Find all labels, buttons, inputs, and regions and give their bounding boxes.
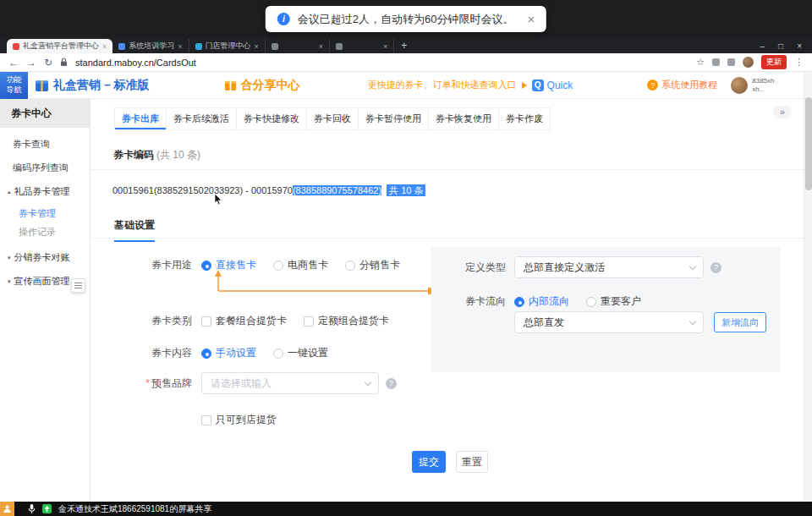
window-minimize-icon[interactable]: – [760, 41, 765, 51]
radio-on-icon [201, 349, 211, 359]
sidebar-collapse-toggle[interactable] [71, 278, 85, 293]
tab-close-icon[interactable]: × [255, 42, 259, 51]
sidebar-item-card-management[interactable]: 券卡管理 [0, 207, 90, 220]
extension-icon[interactable] [727, 58, 735, 66]
user-sub: xh.. [752, 85, 763, 93]
sidebar-group-label: 礼品券卡管理 [14, 185, 70, 198]
option-label: 手动设置 [216, 346, 256, 360]
meeting-overlay-bar: i 会议已超过2人，自动转为60分钟限时会议。 × [0, 0, 812, 38]
radio-on-icon [514, 297, 524, 307]
add-flow-button[interactable]: 新增流向 [714, 312, 766, 332]
scrollbar[interactable] [804, 72, 812, 502]
browser-menu-icon[interactable]: ⋮ [794, 57, 804, 68]
function-nav-button[interactable]: 功能 导航 [0, 72, 28, 99]
radio-off-icon [273, 349, 283, 359]
flow-direction-select[interactable]: 总部直发 [514, 311, 704, 333]
radio-manual-setting[interactable]: 手动设置 [201, 346, 256, 360]
required-asterisk: * [145, 377, 150, 389]
tab-close-icon[interactable]: × [383, 42, 387, 51]
url-text[interactable]: standard.maboy.cn/CardsOut [75, 58, 196, 68]
tutorial-link[interactable]: ? 系统使用教程 [647, 79, 717, 91]
panel-collapse-icon[interactable]: » [773, 106, 792, 118]
browser-update-button[interactable]: 更新 [761, 55, 787, 69]
toast-close-icon[interactable]: × [527, 12, 535, 26]
sharer-avatar-icon [0, 502, 14, 516]
triangle-down-icon: ▾ [8, 255, 11, 261]
browser-profile-avatar[interactable] [743, 57, 754, 68]
checkbox-icon [201, 415, 211, 425]
tab-card-recycle[interactable]: 券卡回收 [307, 107, 359, 130]
tab-card-outbound[interactable]: 券卡出库 [114, 107, 167, 130]
tab-card-restore[interactable]: 券卡恢复使用 [429, 107, 499, 130]
help-question-icon[interactable]: ? [710, 262, 721, 273]
tab-title: 系统培训学习 [129, 41, 174, 52]
code-count-badge: 共 10 条 [387, 184, 425, 196]
tab-card-quick-edit[interactable]: 券卡快捷修改 [237, 107, 307, 130]
tab-card-suspend[interactable]: 券卡暂停使用 [359, 107, 429, 130]
chevron-down-icon [689, 318, 696, 325]
forward-icon[interactable]: → [26, 58, 36, 68]
browser-tab[interactable]: × [330, 39, 394, 53]
radio-internal-flow[interactable]: 内部流向 [514, 294, 569, 309]
tab-close-icon[interactable]: × [178, 42, 182, 51]
browser-tab-bar: 礼盒营销平台管理中心 × 系统培训学习 × 门店管理中心 × × × + – □… [0, 38, 812, 53]
tab-title: 门店管理中心 [206, 41, 251, 52]
sidebar-group-gift-card-management[interactable]: ▴ 礼品券卡管理 [0, 185, 90, 198]
sidebar-item-card-query[interactable]: 券卡查询 [0, 138, 90, 151]
browser-tab[interactable]: 系统培训学习 × [112, 39, 189, 53]
new-tab-button[interactable]: + [401, 40, 407, 52]
promo-text: 更快捷的券卡、订单和快递查询入口 [368, 79, 517, 91]
bookmark-star-icon[interactable]: ☆ [696, 57, 705, 68]
sidebar-item-operation-records[interactable]: 操作记录 [0, 226, 90, 239]
sidebar: 券卡中心 券卡查询 编码序列查询 ▴ 礼品券卡管理 券卡管理 操作记录 ▾ 分销… [0, 99, 91, 502]
select-value: 总部直发 [524, 316, 564, 330]
checkbox-store-pickup-only[interactable]: 只可到店提货 [201, 413, 277, 427]
tab-card-void[interactable]: 券卡作废 [499, 107, 551, 130]
pointer-icon [522, 82, 527, 89]
share-center-link[interactable]: 合分享中心 [224, 78, 300, 93]
screen-share-text: 金禾通技术王斌18662591081的屏幕共享 [58, 503, 211, 515]
reset-button[interactable]: 重置 [456, 451, 488, 473]
submit-button[interactable]: 提交 [412, 451, 446, 473]
sidebar-item-code-sequence-query[interactable]: 编码序列查询 [0, 162, 90, 174]
option-label: 一键设置 [288, 346, 328, 360]
extension-icon[interactable] [712, 58, 720, 66]
browser-tab-active[interactable]: 礼盒营销平台管理中心 × [7, 39, 112, 53]
help-question-icon[interactable]: ? [386, 378, 397, 389]
favicon-icon [195, 43, 202, 50]
triangle-up-icon: ▴ [8, 189, 11, 195]
browser-tab[interactable]: 门店管理中心 × [189, 39, 266, 53]
sidebar-group-label: 宣传画面管理 [14, 275, 70, 288]
browser-tab[interactable]: × [266, 39, 330, 53]
radio-one-click-setting[interactable]: 一键设置 [273, 346, 328, 360]
nav-line: 功能 [7, 75, 22, 85]
checkbox-combo-pickup-card[interactable]: 套餐组合提货卡 [201, 314, 287, 328]
card-content-label: 券卡内容 [114, 346, 192, 360]
window-maximize-icon[interactable]: □ [778, 41, 783, 51]
scrollbar-thumb[interactable] [805, 97, 812, 190]
code-range-selected: (8385889075578462) [293, 185, 381, 195]
user-account[interactable]: 8385xh xh.. [731, 77, 774, 94]
option-label: 只可到店提货 [216, 413, 277, 427]
user-avatar [731, 77, 748, 94]
tab-card-later-activation[interactable]: 券卡后续激活 [167, 107, 237, 130]
favicon-icon [272, 43, 278, 50]
tab-close-icon[interactable]: × [102, 42, 107, 51]
definition-type-select[interactable]: 总部直接定义激活 [514, 256, 704, 278]
back-icon[interactable]: ← [8, 58, 19, 68]
nav-line: 导航 [7, 85, 22, 96]
app-title: 礼盒营销 – 标准版 [53, 78, 150, 93]
browser-address-bar: ← → ↻ standard.maboy.cn/CardsOut ☆ 更新 ⋮ [0, 53, 812, 72]
screen-share-icon[interactable] [42, 504, 52, 513]
card-code-label: 券卡编码 [113, 149, 154, 161]
definition-type-label: 定义类型 [431, 261, 506, 275]
tab-close-icon[interactable]: × [319, 42, 323, 51]
radio-important-customer[interactable]: 重要客户 [586, 294, 641, 309]
quick-link[interactable]: Quick [547, 80, 573, 91]
checkbox-fixed-combo-pickup-card[interactable]: 定额组合提货卡 [304, 314, 389, 328]
presale-brand-select[interactable]: 请选择或输入 [201, 372, 379, 394]
microphone-icon[interactable] [28, 503, 36, 514]
reload-icon[interactable]: ↻ [44, 58, 52, 68]
sidebar-group-distribution-reconciliation[interactable]: ▾ 分销券卡对账 [0, 251, 90, 264]
window-close-icon[interactable]: × [797, 41, 802, 51]
